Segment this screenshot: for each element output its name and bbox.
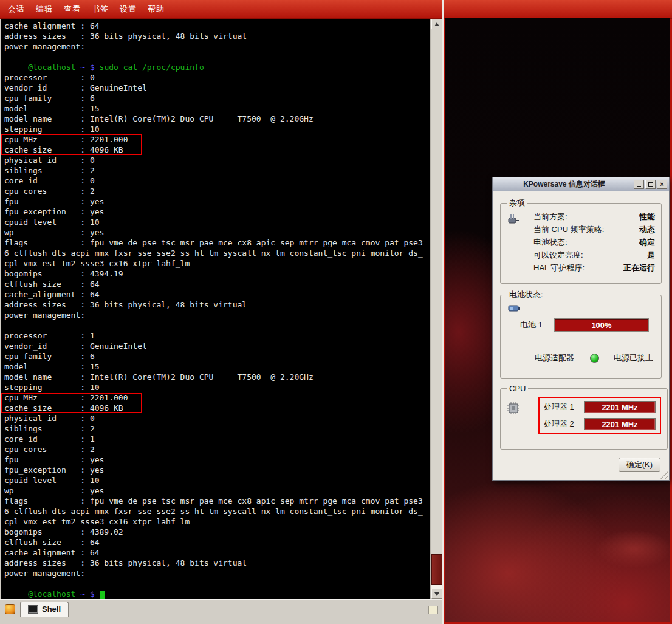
minimize-button[interactable]: [634, 180, 644, 189]
session-list-button[interactable]: [427, 603, 440, 617]
terminal-line: @localhost ~ $: [4, 589, 423, 599]
ok-label-end: ): [650, 460, 653, 469]
terminal-line: fpu_exception : yes: [4, 207, 423, 217]
terminal-line: cpuid level : 10: [4, 475, 423, 485]
misc-row-hal-daemon: HAL 守护程序: 正在运行: [533, 261, 655, 274]
dialog-titlebar[interactable]: KPowersave 信息对话框 ×: [493, 177, 669, 191]
terminal-line: cpl vmx est tm2 ssse3 cx16 xtpr lahf_lm: [4, 516, 423, 527]
ok-label: 确定(: [626, 460, 645, 469]
terminal-line: cpuid level : 10: [4, 217, 423, 227]
cpu-annotation-box: 处理器 1 2201 MHz 处理器 2 2201 MHz: [538, 397, 661, 434]
terminal-line: cache_alignment : 64: [4, 289, 423, 300]
scrollbar-down-button[interactable]: [431, 589, 442, 599]
terminal-line: cache_alignment : 64: [4, 21, 423, 31]
row-value: 性能: [639, 211, 655, 222]
maximize-button[interactable]: [645, 180, 656, 189]
menu-item-settings[interactable]: 设置: [114, 1, 142, 17]
terminal-line: processor : 0: [4, 72, 423, 83]
scrollbar-thumb[interactable]: [431, 554, 442, 585]
terminal-line: fpu : yes: [4, 196, 423, 207]
dialog-title: KPowersave 信息对话框: [495, 179, 634, 190]
cpu1-frequency-bar: 2201 MHz: [584, 401, 656, 413]
battery-percent: 100%: [555, 319, 648, 331]
terminal-line: cpu MHz : 2201.000: [4, 393, 423, 403]
adapter-label: 电源适配器: [535, 352, 574, 363]
terminal-line: siblings : 2: [4, 165, 423, 176]
terminal-line: cache_alignment : 64: [4, 547, 423, 558]
new-session-button[interactable]: [2, 602, 17, 616]
annotation-highlight: cpu MHz : 2201.000: [1, 393, 142, 403]
row-label: 当前方案:: [533, 211, 567, 222]
close-icon: ×: [660, 181, 663, 188]
kpowersave-dialog: KPowersave 信息对话框 × 杂项: [492, 177, 670, 481]
menu-item-session[interactable]: 会话: [2, 1, 30, 17]
terminal-icon: [28, 605, 38, 614]
tab-shell[interactable]: Shell: [20, 602, 69, 617]
new-session-icon: [5, 604, 15, 614]
terminal-line: vendor_id : GenuineIntel: [4, 341, 423, 351]
right-window-titlebar: [444, 0, 672, 19]
annotation-highlight: cache size : 4096 KB: [1, 145, 142, 155]
row-label: HAL 守护程序:: [533, 262, 585, 273]
terminal-window: 会话 编辑 查看 书签 设置 帮助 cache_alignment : 64ad…: [0, 0, 444, 624]
cpu1-label: 处理器 1: [544, 402, 579, 413]
adapter-row: 电源适配器 电源已接上: [535, 352, 655, 363]
misc-group-legend: 杂项: [507, 197, 527, 208]
terminal-line: vendor_id : GenuineIntel: [4, 83, 423, 93]
terminal-line: cpu family : 6: [4, 93, 423, 103]
terminal-line: core id : 1: [4, 434, 423, 444]
terminal-line: fpu : yes: [4, 454, 423, 465]
terminal-line: core id : 0: [4, 176, 423, 186]
cpu2-label: 处理器 2: [544, 419, 579, 430]
cpu2-frequency-bar: 2201 MHz: [584, 418, 656, 430]
scrollbar-up-button[interactable]: [431, 19, 442, 29]
cpu-chip-icon: [507, 397, 529, 434]
menu-item-edit[interactable]: 编辑: [30, 1, 58, 17]
misc-row-brightness: 可以设定亮度: 是: [533, 249, 655, 261]
terminal-line: stepping : 10: [4, 382, 423, 393]
battery-group-legend: 电池状态:: [507, 289, 546, 300]
terminal-line: physical id : 0: [4, 155, 423, 165]
adapter-status: 电源已接上: [614, 352, 653, 363]
row-label: 可以设定亮度:: [533, 250, 583, 261]
terminal-line: clflush size : 64: [4, 279, 423, 289]
terminal-screen[interactable]: cache_alignment : 64address sizes : 36 b…: [1, 19, 430, 599]
cpu-group: CPU 处理器 1: [500, 384, 668, 450]
misc-row-battery-state: 电池状态: 确定: [533, 236, 655, 249]
ac-adapter-led-icon: [590, 354, 599, 363]
terminal-scrollbar[interactable]: [430, 19, 442, 599]
battery-icon: [508, 306, 521, 315]
menu-item-view[interactable]: 查看: [58, 1, 86, 17]
terminal-line: [4, 52, 423, 62]
terminal-line: model : 15: [4, 362, 423, 372]
terminal-line: model : 15: [4, 103, 423, 114]
session-list-icon: [428, 606, 438, 614]
menu-bar: 会话 编辑 查看 书签 设置 帮助: [0, 0, 442, 19]
ok-button[interactable]: 确定(K): [619, 458, 660, 472]
terminal-line: bogomips : 4389.02: [4, 527, 423, 537]
annotation-highlight: cpu MHz : 2201.000: [1, 134, 142, 145]
terminal-line: power management:: [4, 310, 423, 320]
menu-item-bookmarks[interactable]: 书签: [86, 1, 114, 17]
terminal-line: wp : yes: [4, 485, 423, 496]
misc-row-scheme: 当前方案: 性能: [533, 210, 655, 223]
terminal-line: bogomips : 4394.19: [4, 269, 423, 279]
row-value: 正在运行: [623, 262, 655, 273]
terminal-line: cpl vmx est tm2 ssse3 cx16 xtpr lahf_lm: [4, 258, 423, 269]
menu-item-help[interactable]: 帮助: [142, 1, 170, 17]
cpu-group-legend: CPU: [507, 384, 528, 393]
row-value: 动态: [639, 224, 655, 235]
annotation-highlight: cache size : 4096 KB: [1, 403, 142, 413]
resize-grip[interactable]: [660, 471, 668, 479]
terminal-line: fpu_exception : yes: [4, 465, 423, 475]
close-button[interactable]: ×: [657, 180, 667, 189]
cpu2-frequency: 2201 MHz: [602, 420, 637, 429]
terminal-line: clflush size : 64: [4, 537, 423, 547]
terminal-line: address sizes : 36 bits physical, 48 bit…: [4, 31, 423, 41]
terminal-line: siblings : 2: [4, 423, 423, 434]
power-plug-icon: [507, 210, 533, 274]
terminal-line: [4, 578, 423, 589]
tab-label: Shell: [42, 605, 61, 614]
cpu-row-2: 处理器 2 2201 MHz: [544, 418, 656, 430]
battery-row: 电池 1 100%: [520, 318, 655, 332]
